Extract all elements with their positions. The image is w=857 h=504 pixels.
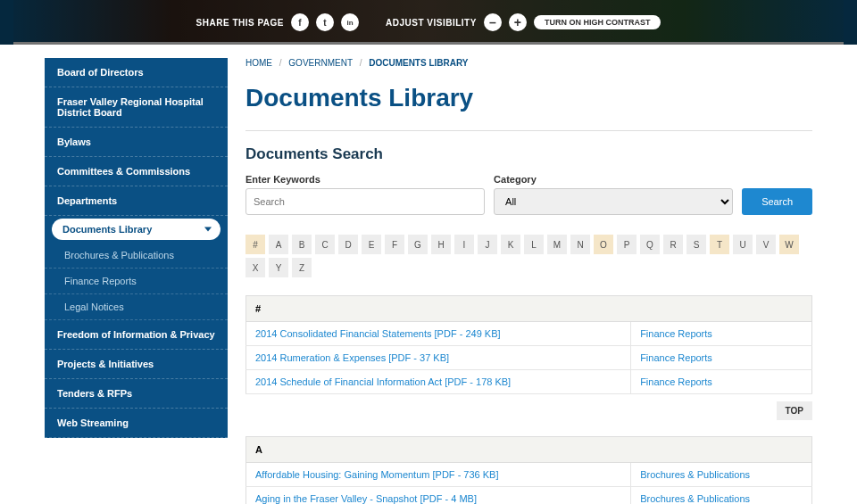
alpha-filter-I[interactable]: I <box>454 235 474 254</box>
alpha-filter-L[interactable]: L <box>524 235 544 254</box>
doc-category[interactable]: Finance Reports <box>631 370 812 394</box>
breadcrumb-home[interactable]: HOME <box>245 58 272 68</box>
alpha-filter-F[interactable]: F <box>385 235 404 254</box>
doc-category[interactable]: Finance Reports <box>631 346 812 370</box>
doc-category[interactable]: Brochures & Publications <box>631 487 812 505</box>
alpha-filter-O[interactable]: O <box>594 235 613 254</box>
alpha-filter-N[interactable]: N <box>570 235 590 254</box>
search-form: Enter Keywords Category All Search <box>245 174 812 215</box>
doc-link[interactable]: 2014 Consolidated Financial Statements [… <box>255 328 501 339</box>
alpha-filter-Z[interactable]: Z <box>292 258 312 277</box>
visibility-label: ADJUST VISIBILITY <box>386 18 477 28</box>
alpha-filter-W[interactable]: W <box>779 235 799 254</box>
alpha-filter-D[interactable]: D <box>338 235 358 254</box>
alpha-filter-X[interactable]: X <box>245 258 265 277</box>
hero-banner: SHARE THIS PAGE f t in ADJUST VISIBILITY… <box>0 0 857 45</box>
table-row: 2014 Consolidated Financial Statements [… <box>246 322 812 346</box>
doc-link[interactable]: Affordable Housing: Gaining Momentum [PD… <box>255 469 499 480</box>
alpha-filter-Q[interactable]: Q <box>640 235 660 254</box>
alpha-filter: #ABCDEFGHIJKLMNOPQRSTUVWXYZ <box>245 235 812 277</box>
sidebar-item-4[interactable]: Departments <box>45 186 228 216</box>
zoom-in-button[interactable]: + <box>509 13 527 31</box>
page-title: Documents Library <box>245 84 812 112</box>
doc-table-#: #2014 Consolidated Financial Statements … <box>245 295 812 394</box>
sidebar-item-0[interactable]: Board of Directors <box>45 58 228 87</box>
alpha-filter-M[interactable]: M <box>547 235 567 254</box>
category-label: Category <box>494 174 733 185</box>
table-row: 2014 Schedule of Financial Information A… <box>246 370 812 394</box>
linkedin-icon[interactable]: in <box>341 13 359 31</box>
alpha-filter-V[interactable]: V <box>756 235 776 254</box>
back-to-top-button[interactable]: TOP <box>777 401 812 420</box>
sidebar-item-5[interactable]: Documents Library <box>52 219 220 240</box>
alpha-filter-U[interactable]: U <box>733 235 753 254</box>
doc-link[interactable]: Aging in the Fraser Valley - Snapshot [P… <box>255 493 477 504</box>
share-group: SHARE THIS PAGE f t in <box>196 13 359 31</box>
alpha-filter-B[interactable]: B <box>292 235 312 254</box>
alpha-filter-T[interactable]: T <box>710 235 729 254</box>
table-row: Aging in the Fraser Valley - Snapshot [P… <box>246 487 812 505</box>
alpha-filter-A[interactable]: A <box>269 235 288 254</box>
keywords-input[interactable] <box>245 188 485 215</box>
alpha-filter-C[interactable]: C <box>315 235 335 254</box>
doc-category[interactable]: Brochures & Publications <box>631 463 812 487</box>
alpha-filter-S[interactable]: S <box>686 235 706 254</box>
facebook-icon[interactable]: f <box>291 13 309 31</box>
alpha-filter-G[interactable]: G <box>408 235 428 254</box>
alpha-filter-R[interactable]: R <box>663 235 683 254</box>
sidebar-item-9[interactable]: Web Streaming <box>45 409 228 438</box>
alpha-filter-K[interactable]: K <box>501 235 520 254</box>
breadcrumb-government[interactable]: GOVERNMENT <box>288 58 353 68</box>
alpha-filter-Y[interactable]: Y <box>269 258 288 277</box>
share-label: SHARE THIS PAGE <box>196 18 284 28</box>
contrast-toggle-button[interactable]: TURN ON HIGH CONTRAST <box>534 15 661 29</box>
sidebar-item-8[interactable]: Tenders & RFPs <box>45 379 228 409</box>
breadcrumb-current: DOCUMENTS LIBRARY <box>369 58 468 68</box>
alpha-filter-H[interactable]: H <box>431 235 451 254</box>
alpha-filter-P[interactable]: P <box>617 235 637 254</box>
table-row: Affordable Housing: Gaining Momentum [PD… <box>246 463 812 487</box>
doc-link[interactable]: 2014 Schedule of Financial Information A… <box>255 376 511 387</box>
zoom-out-button[interactable]: – <box>484 13 502 31</box>
section-header: # <box>246 296 812 322</box>
sidebar-item-3[interactable]: Committees & Commissions <box>45 157 228 186</box>
visibility-group: ADJUST VISIBILITY – + TURN ON HIGH CONTR… <box>386 13 661 31</box>
keywords-label: Enter Keywords <box>245 174 485 185</box>
sidebar-item-6[interactable]: Freedom of Information & Privacy <box>45 320 228 350</box>
alpha-filter-hash[interactable]: # <box>245 235 265 254</box>
sidebar-subitem-5-1[interactable]: Finance Reports <box>45 269 228 294</box>
sidebar-item-2[interactable]: Bylaws <box>45 128 228 157</box>
category-select[interactable]: All <box>494 188 733 215</box>
twitter-icon[interactable]: t <box>316 13 334 31</box>
sidebar-item-7[interactable]: Projects & Initiatives <box>45 350 228 379</box>
sidebar-item-1[interactable]: Fraser Valley Regional Hospital District… <box>45 87 228 128</box>
search-button[interactable]: Search <box>742 188 812 215</box>
sidebar-nav: Board of DirectorsFraser Valley Regional… <box>45 58 228 438</box>
search-heading: Documents Search <box>245 145 812 163</box>
table-row: 2014 Rumeration & Expenses [PDF - 37 KB]… <box>246 346 812 370</box>
sidebar-subitem-5-2[interactable]: Legal Notices <box>45 294 228 320</box>
sidebar-subitem-5-0[interactable]: Brochures & Publications <box>45 243 228 269</box>
doc-category[interactable]: Finance Reports <box>631 322 812 346</box>
alpha-filter-J[interactable]: J <box>478 235 497 254</box>
section-header: A <box>246 437 812 463</box>
alpha-filter-E[interactable]: E <box>362 235 381 254</box>
doc-table-A: AAffordable Housing: Gaining Momentum [P… <box>245 436 812 504</box>
doc-link[interactable]: 2014 Rumeration & Expenses [PDF - 37 KB] <box>255 352 449 363</box>
breadcrumb: HOME / GOVERNMENT / DOCUMENTS LIBRARY <box>245 58 812 68</box>
hero-toolbar: SHARE THIS PAGE f t in ADJUST VISIBILITY… <box>0 0 857 45</box>
main-content: HOME / GOVERNMENT / DOCUMENTS LIBRARY Do… <box>245 58 812 504</box>
